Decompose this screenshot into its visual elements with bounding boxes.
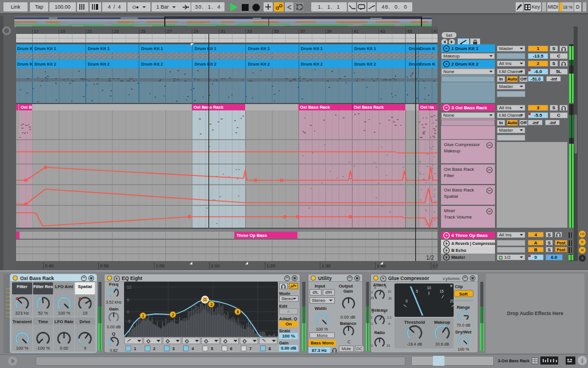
svg-text:Drum Kit 1: Drum Kit 1 xyxy=(354,46,376,51)
svg-text:12: 12 xyxy=(127,285,131,289)
svg-text:-6: -6 xyxy=(127,319,130,323)
svg-text:Drum: Drum xyxy=(409,62,420,67)
svg-text:52 %: 52 % xyxy=(38,310,48,316)
svg-text:Three Op Bass: Three Op Bass xyxy=(237,233,267,238)
svg-text:41: 41 xyxy=(354,29,358,34)
svg-text:0.00: 0.00 xyxy=(60,346,68,351)
svg-text:100 %: 100 % xyxy=(458,347,469,351)
svg-text:23: 23 xyxy=(114,29,118,34)
svg-text:Time: Time xyxy=(38,319,48,324)
svg-text:6: 6 xyxy=(230,346,233,351)
svg-text:27: 27 xyxy=(167,29,172,34)
svg-text:10: 10 xyxy=(427,286,431,290)
svg-text:Drum Kit 2: Drum Kit 2 xyxy=(195,62,216,67)
svg-text:Drum Kit 1: Drum Kit 1 xyxy=(195,46,216,51)
svg-text:10: 10 xyxy=(388,290,391,293)
svg-text:Drum K: Drum K xyxy=(17,46,33,51)
svg-text:1.2: 1.2 xyxy=(387,316,392,319)
svg-text:Oxi B: Oxi B xyxy=(21,105,32,110)
svg-text:Filter: Filter xyxy=(17,284,27,289)
svg-text:Ratio: Ratio xyxy=(374,330,385,335)
svg-text:30: 30 xyxy=(388,297,392,300)
svg-text:0: 0 xyxy=(405,299,408,303)
svg-text:Q: Q xyxy=(112,331,115,336)
svg-text:2: 2 xyxy=(172,313,174,317)
svg-text:.1: .1 xyxy=(370,290,373,294)
svg-text:0.00 dB: 0.00 dB xyxy=(107,325,121,329)
svg-text:21: 21 xyxy=(87,29,92,34)
svg-text:3: 3 xyxy=(210,302,212,306)
svg-text:LFO Amt: LFO Amt xyxy=(55,284,74,289)
svg-text:Transient: Transient xyxy=(13,319,32,324)
svg-text:Drum Kit 1: Drum Kit 1 xyxy=(248,46,270,51)
svg-text:9: 9 xyxy=(84,346,86,351)
svg-text:323 Hz: 323 Hz xyxy=(16,310,29,316)
svg-text:100 %: 100 % xyxy=(16,346,29,351)
svg-text:0.82: 0.82 xyxy=(110,348,118,352)
svg-text:1: 1 xyxy=(142,314,144,318)
svg-text:Soft: Soft xyxy=(459,292,468,297)
svg-text:37: 37 xyxy=(300,29,305,34)
svg-text:Drum Kit 2: Drum Kit 2 xyxy=(301,62,323,67)
svg-text:25: 25 xyxy=(141,29,145,34)
svg-text:Dry/Wet: Dry/Wet xyxy=(455,329,472,335)
svg-text:.3: .3 xyxy=(373,286,376,289)
svg-text:15: 15 xyxy=(83,310,87,316)
svg-text:45: 45 xyxy=(407,29,412,34)
svg-text:.1: .1 xyxy=(370,322,373,325)
svg-text:Drum Kit 2: Drum Kit 2 xyxy=(354,62,376,67)
svg-text:1:30: 1:30 xyxy=(322,263,331,269)
svg-text:1:00: 1:00 xyxy=(156,263,165,269)
svg-text:.4: .4 xyxy=(371,310,374,314)
svg-text:2: 2 xyxy=(153,346,156,351)
svg-text:Drum Kit 2: Drum Kit 2 xyxy=(141,62,163,67)
svg-text:29: 29 xyxy=(194,29,198,34)
svg-text:Threshold: Threshold xyxy=(404,320,425,325)
svg-text:Drum K: Drum K xyxy=(420,62,436,67)
svg-text:.6: .6 xyxy=(376,309,379,312)
svg-text:Drum Kit 2: Drum Kit 2 xyxy=(34,62,56,67)
svg-text:A: A xyxy=(388,322,390,325)
svg-text:-100 %: -100 % xyxy=(36,346,50,351)
svg-text:Drum Kit 2: Drum Kit 2 xyxy=(88,62,110,67)
svg-text:3.52 kHz: 3.52 kHz xyxy=(106,300,122,304)
svg-text:-18.4 dB: -18.4 dB xyxy=(407,342,423,346)
svg-text:15: 15 xyxy=(439,289,444,293)
svg-text:Drum Kit 2: Drum Kit 2 xyxy=(248,62,270,67)
svg-text:Oxi Bass Rack: Oxi Bass Rack xyxy=(354,105,384,110)
svg-text:7: 7 xyxy=(249,346,252,351)
svg-text:3: 3 xyxy=(172,346,175,351)
svg-text:8: 8 xyxy=(269,346,271,351)
svg-text:Drum K: Drum K xyxy=(420,46,436,51)
svg-text:6: 6 xyxy=(127,298,129,302)
svg-text:5: 5 xyxy=(416,289,418,293)
svg-text:Clip: Clip xyxy=(455,284,463,289)
svg-text:Drum K: Drum K xyxy=(17,62,33,67)
svg-text:10.6 dB: 10.6 dB xyxy=(435,342,449,346)
svg-text:Range: Range xyxy=(457,305,470,310)
svg-text:33: 33 xyxy=(247,29,252,34)
svg-text:70.0 dB: 70.0 dB xyxy=(457,323,470,327)
svg-text:Drum: Drum xyxy=(409,46,420,51)
svg-text:LFO Rate: LFO Rate xyxy=(55,319,74,324)
svg-text:3: 3 xyxy=(385,285,386,289)
svg-text:Filter Res: Filter Res xyxy=(33,284,53,289)
svg-text:5: 5 xyxy=(211,346,213,351)
svg-text:Drum Kit 1: Drum Kit 1 xyxy=(34,46,56,51)
svg-text:10: 10 xyxy=(386,344,390,347)
svg-text:4: 4 xyxy=(192,346,195,351)
svg-text:1: 1 xyxy=(378,283,380,287)
svg-text:35: 35 xyxy=(274,29,278,34)
svg-text:Makeup: Makeup xyxy=(434,320,450,325)
svg-text:.2: .2 xyxy=(370,316,373,319)
svg-text:100 %: 100 % xyxy=(58,310,71,316)
svg-text:39: 39 xyxy=(327,29,331,34)
svg-text:Spatial: Spatial xyxy=(78,284,92,289)
svg-text:0:40: 0:40 xyxy=(45,263,54,269)
svg-text:Drum Kit 1: Drum Kit 1 xyxy=(141,46,163,51)
svg-text:1/2: 1/2 xyxy=(426,255,434,261)
svg-text:Oxi Ba: Oxi Ba xyxy=(420,105,435,110)
svg-text:0: 0 xyxy=(127,310,129,314)
svg-text:1:10: 1:10 xyxy=(211,263,220,269)
svg-text:.01: .01 xyxy=(370,296,374,300)
